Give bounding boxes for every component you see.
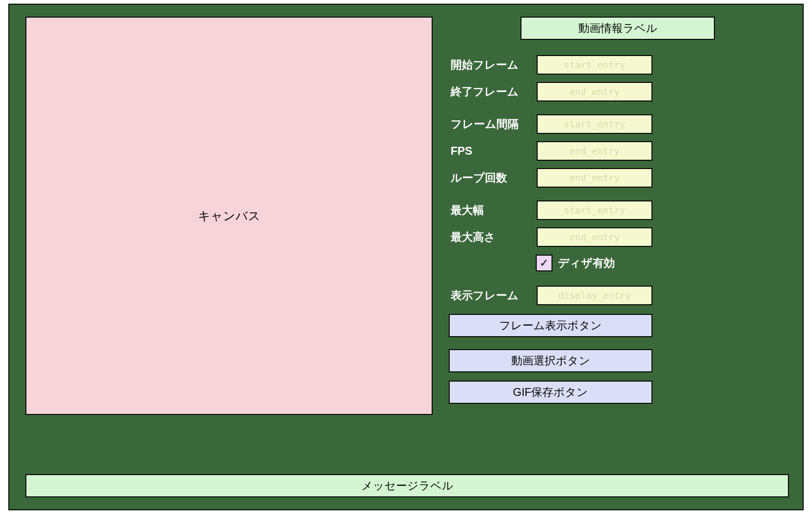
placeholder-frame-interval: start_entry: [564, 119, 625, 130]
video-info-label-text: 動画情報ラベル: [578, 21, 657, 36]
label-loop-count: ループ回数: [449, 170, 537, 185]
label-fps: FPS: [449, 144, 537, 157]
label-max-width: 最大幅: [449, 203, 537, 218]
placeholder-display-frame: display_entry: [558, 290, 631, 301]
row-fps: FPS end_entry: [449, 140, 787, 162]
input-max-height[interactable]: end_entry: [537, 227, 652, 247]
label-max-height: 最大高さ: [449, 230, 537, 244]
show-frame-button-label: フレーム表示ボタン: [499, 318, 602, 333]
row-max-width: 最大幅 start_entry: [449, 199, 787, 221]
label-frame-interval: フレーム間隔: [449, 117, 537, 132]
placeholder-fps: end_entry: [570, 145, 620, 157]
input-display-frame[interactable]: display_entry: [537, 286, 652, 305]
input-start-frame[interactable]: start_entry: [537, 55, 652, 75]
input-frame-interval[interactable]: start_entry: [537, 114, 652, 134]
row-max-height: 最大高さ end_entry: [449, 226, 787, 248]
message-label: メッセージラベル: [25, 474, 789, 497]
label-dither: ディザ有効: [558, 256, 615, 270]
show-frame-button[interactable]: フレーム表示ボタン: [449, 314, 652, 337]
app-frame: キャンバス 動画情報ラベル 開始フレーム start_entry 終了フレーム …: [8, 4, 804, 510]
canvas-area: キャンバス: [25, 17, 433, 415]
label-display-frame: 表示フレーム: [449, 288, 537, 303]
input-max-width[interactable]: start_entry: [537, 201, 652, 220]
input-end-frame[interactable]: end_entry: [537, 82, 652, 101]
row-display-frame: 表示フレーム display_entry: [449, 284, 787, 307]
label-end-frame: 終了フレーム: [449, 84, 537, 99]
row-dither: ✓ ディザ有効: [536, 255, 787, 271]
save-gif-button[interactable]: GIF保存ボタン: [449, 381, 652, 404]
row-start-frame: 開始フレーム start_entry: [449, 54, 787, 76]
canvas-label: キャンバス: [198, 208, 260, 224]
input-fps[interactable]: end_entry: [537, 141, 652, 161]
row-frame-interval: フレーム間隔 start_entry: [449, 113, 787, 135]
placeholder-max-height: end_entry: [570, 232, 620, 243]
save-gif-button-label: GIF保存ボタン: [513, 385, 589, 400]
message-label-text: メッセージラベル: [361, 478, 453, 493]
label-start-frame: 開始フレーム: [449, 57, 537, 72]
placeholder-start-frame: start_entry: [564, 59, 625, 70]
checkmark-icon: ✓: [539, 257, 549, 270]
select-video-button[interactable]: 動画選択ボタン: [449, 349, 652, 372]
control-panel: 動画情報ラベル 開始フレーム start_entry 終了フレーム end_en…: [449, 17, 787, 412]
row-end-frame: 終了フレーム end_entry: [449, 81, 787, 103]
checkbox-dither[interactable]: ✓: [536, 255, 552, 271]
placeholder-max-width: start_entry: [564, 205, 625, 216]
video-info-label: 動画情報ラベル: [521, 17, 715, 40]
select-video-button-label: 動画選択ボタン: [511, 353, 590, 368]
input-loop-count[interactable]: end_entry: [537, 168, 652, 188]
placeholder-loop-count: end_entry: [570, 172, 620, 183]
placeholder-end-frame: end_entry: [570, 86, 620, 97]
row-loop-count: ループ回数 end_entry: [449, 167, 787, 189]
